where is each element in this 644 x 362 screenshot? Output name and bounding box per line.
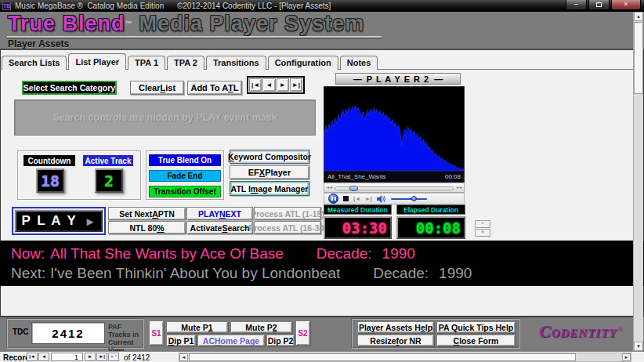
brand-secondary: Media Player System xyxy=(139,12,365,35)
elapsed-duration-value: 00:08 xyxy=(396,216,465,239)
dip-p1-button[interactable]: Dip P1 xyxy=(166,335,196,346)
next-record-icon[interactable]: ► xyxy=(277,78,289,92)
seek-thumb[interactable] xyxy=(349,186,358,191)
activate-search-button[interactable]: Activate Search xyxy=(186,221,253,234)
next-track-title: I've Been Thinkin' About You by Londonbe… xyxy=(50,265,340,282)
clear-list-button[interactable]: Clear List xyxy=(130,81,184,95)
app-icon: TB xyxy=(2,2,11,10)
seek-track[interactable] xyxy=(335,186,454,190)
tab-list-player[interactable]: List Player xyxy=(68,53,126,70)
scroll-up-icon[interactable]: ▲ xyxy=(634,12,643,21)
ntl-80-button[interactable]: NTL 80% xyxy=(108,221,186,234)
next-label: Next: xyxy=(11,265,50,282)
select-search-category-button[interactable]: Select Search Category xyxy=(22,81,117,95)
volume-slider[interactable] xyxy=(391,195,427,202)
maximize-button[interactable] xyxy=(588,0,610,10)
active-track-label: Active Track xyxy=(83,155,133,166)
play-icon: ► xyxy=(85,215,96,228)
last-record-icon[interactable]: ►| xyxy=(290,78,302,92)
tab-transitions[interactable]: Transitions xyxy=(206,56,266,70)
vertical-scrollbar: ▲ ▼ xyxy=(633,12,643,351)
header-dash-left: — xyxy=(353,74,362,84)
s2-button[interactable]: S2 xyxy=(295,320,310,346)
play-button[interactable]: P L A Y ► xyxy=(12,207,106,235)
first-record-button[interactable]: |◄ xyxy=(27,353,38,361)
tab-configuration[interactable]: Configuration xyxy=(268,56,338,70)
waveform-visualization xyxy=(324,87,464,171)
previous-record-icon[interactable]: ◄ xyxy=(262,78,275,92)
new-record-button[interactable]: ►* xyxy=(108,353,119,361)
brand-underline xyxy=(7,36,382,38)
next-record-button[interactable]: ► xyxy=(85,353,96,361)
fade-end-indicator: Fade End xyxy=(149,170,221,182)
measured-duration-panel: Measured Duration 03:30 xyxy=(324,205,392,239)
previous-track-icon[interactable]: |◄ xyxy=(353,196,360,201)
current-record-input[interactable] xyxy=(51,353,83,361)
track-name: All_That_She_Wants xyxy=(327,173,386,180)
pa-quick-tips-help-button[interactable]: PA Quick Tips Help xyxy=(436,321,516,333)
vertical-scroll-thumb[interactable] xyxy=(634,22,643,94)
stop-button[interactable] xyxy=(343,196,349,201)
app-header: True Blend™Media Player System Player As… xyxy=(0,12,644,50)
countdown-value: 18 xyxy=(36,168,64,193)
scroll-down-icon[interactable]: ▼ xyxy=(634,342,643,351)
volume-track xyxy=(391,198,427,200)
close-button[interactable]: × xyxy=(611,0,641,10)
elapsed-duration-label: Elapsed Duration xyxy=(396,205,465,215)
ac-home-page-button[interactable]: AC Home Page xyxy=(197,335,265,346)
pause-button[interactable] xyxy=(328,194,338,204)
dip-p2-button[interactable]: Dip P2 xyxy=(266,335,295,346)
player2-title: P L A Y E R 2 xyxy=(367,74,429,84)
measured-duration-label: Measured Duration xyxy=(324,205,392,215)
player2-header: — P L A Y E R 2 — xyxy=(335,73,461,85)
play-next-button[interactable]: PLAY NEXT xyxy=(186,207,253,220)
close-icon: × xyxy=(624,0,628,8)
now-label: Now: xyxy=(11,245,50,262)
process-atl-16-30-button[interactable]: Process ATL (16-30) xyxy=(254,221,321,234)
process-atl-1-15-button[interactable]: Process ATL (1-15) xyxy=(254,207,321,220)
paf-tracks-caption: PAF Tracks in Current View xyxy=(108,323,144,354)
tab-tpa-1[interactable]: TPA 1 xyxy=(128,56,165,70)
record-navigation-bar: Record: |◄ ◄ ► ►| ►* of 2412 ◄ ► xyxy=(0,351,644,362)
close-form-button[interactable]: Close Form xyxy=(436,335,516,346)
tab-notes[interactable]: Notes xyxy=(340,56,378,70)
keyword-compositor-button[interactable]: Keyword Compositor xyxy=(230,150,309,164)
speaker-icon xyxy=(377,195,386,203)
tab-tpa-2[interactable]: TPA 2 xyxy=(167,56,204,70)
tab-search-lists[interactable]: Search Lists xyxy=(2,56,67,70)
s1-button[interactable]: S1 xyxy=(149,320,164,346)
track-caption-bar: All_That_She_Wants 00:08 xyxy=(324,171,464,182)
minimize-button[interactable]: – xyxy=(566,0,587,10)
minimize-icon: – xyxy=(574,0,578,8)
horizontal-scroll-thumb[interactable] xyxy=(189,353,576,361)
next-track-icon[interactable]: ►| xyxy=(365,196,372,201)
window-controls: – × xyxy=(566,0,641,10)
resize-for-nr-button[interactable]: Resize for NR xyxy=(357,335,434,346)
tdc-label: TDC xyxy=(13,328,29,336)
player-assets-help-button[interactable]: Player Assets Help xyxy=(357,321,434,333)
transport-controls: |◄ ►| xyxy=(324,193,465,205)
now-decade-label: Decade: xyxy=(317,245,372,262)
mute-p1-button[interactable]: Mute P1 xyxy=(166,321,228,333)
efx-player-button[interactable]: EFX Player xyxy=(230,165,309,179)
track-elapsed-time: 00:08 xyxy=(445,173,461,180)
set-next-aptn-button[interactable]: Set Next APTN xyxy=(108,207,186,220)
tdc-count-field[interactable]: 2412 xyxy=(31,322,105,344)
add-to-atl-button[interactable]: Add To ATL xyxy=(187,81,242,95)
atl-image-manager-button[interactable]: ATL Image Manager xyxy=(230,181,309,196)
last-record-button[interactable]: ►| xyxy=(96,353,107,361)
mute-p2-button[interactable]: Mute P2 xyxy=(230,321,292,333)
codentity-logo: Codentity® xyxy=(539,321,623,342)
scroll-right-icon[interactable]: ► xyxy=(622,353,631,361)
first-record-icon[interactable]: |◄ xyxy=(249,78,262,92)
window-title: Music MegaBase ® Catalog Media Edition ©… xyxy=(15,1,331,11)
spin-down-button[interactable]: ª xyxy=(475,229,490,237)
volume-thumb[interactable] xyxy=(411,196,417,201)
scroll-left-icon[interactable]: ◄ xyxy=(179,353,188,361)
now-decade-value: 1990 xyxy=(382,245,415,262)
search-mask-notice: Search controls are hidden by PLAY event… xyxy=(14,100,316,136)
measured-duration-value: 03:30 xyxy=(324,216,392,239)
previous-record-button[interactable]: ◄ xyxy=(38,353,49,361)
spin-up-button[interactable]: º xyxy=(475,220,490,228)
active-track-value: 2 xyxy=(95,168,123,193)
